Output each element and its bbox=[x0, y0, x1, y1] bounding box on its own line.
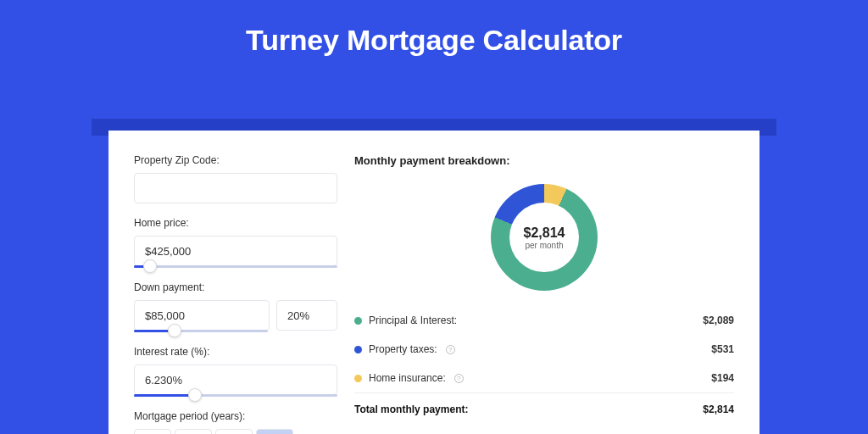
breakdown-value-pi: $2,089 bbox=[703, 314, 734, 326]
breakdown-label-taxes: Property taxes: bbox=[369, 343, 437, 355]
breakdown-total-row: Total monthly payment: $2,814 bbox=[354, 392, 734, 426]
payment-donut-chart: $2,814 per month bbox=[491, 184, 598, 291]
period-option-20[interactable]: 20 bbox=[215, 429, 253, 434]
interest-rate-input[interactable] bbox=[134, 364, 337, 395]
down-payment-percent-input[interactable] bbox=[276, 300, 337, 331]
interest-rate-field-group: Interest rate (%): bbox=[134, 346, 337, 397]
dot-icon bbox=[354, 375, 362, 382]
down-payment-amount-input[interactable] bbox=[134, 300, 270, 331]
home-price-slider[interactable] bbox=[134, 265, 337, 268]
breakdown-value-taxes: $531 bbox=[711, 343, 734, 355]
interest-rate-slider-thumb[interactable] bbox=[188, 388, 202, 402]
donut-sub: per month bbox=[525, 241, 563, 250]
page-title: Turney Mortgage Calculator bbox=[0, 0, 868, 77]
period-label: Mortgage period (years): bbox=[134, 410, 337, 422]
period-field-group: Mortgage period (years): 10 15 20 30 bbox=[134, 410, 337, 434]
zip-field-group: Property Zip Code: bbox=[134, 154, 337, 203]
down-payment-label: Down payment: bbox=[134, 281, 337, 293]
breakdown-label-pi: Principal & Interest: bbox=[369, 314, 457, 326]
interest-rate-slider[interactable] bbox=[134, 394, 337, 397]
period-option-15[interactable]: 15 bbox=[175, 429, 212, 434]
period-option-30[interactable]: 30 bbox=[256, 429, 293, 434]
period-option-10[interactable]: 10 bbox=[134, 429, 171, 434]
info-icon[interactable]: ? bbox=[454, 374, 464, 383]
breakdown-value-insurance: $194 bbox=[711, 372, 734, 384]
period-options: 10 15 20 30 bbox=[134, 429, 337, 434]
down-payment-slider[interactable] bbox=[134, 330, 268, 332]
down-payment-slider-thumb[interactable] bbox=[168, 324, 181, 337]
total-label: Total monthly payment: bbox=[354, 403, 468, 415]
interest-rate-label: Interest rate (%): bbox=[134, 346, 337, 358]
breakdown-column: Monthly payment breakdown: $2,814 per mo… bbox=[354, 154, 734, 434]
zip-label: Property Zip Code: bbox=[134, 154, 337, 166]
dot-icon bbox=[354, 317, 362, 325]
down-payment-field-group: Down payment: bbox=[134, 281, 337, 332]
donut-value: $2,814 bbox=[524, 225, 565, 241]
breakdown-label-insurance: Home insurance: bbox=[369, 372, 446, 384]
info-icon[interactable]: ? bbox=[446, 345, 455, 354]
dot-icon bbox=[354, 346, 362, 353]
zip-input[interactable] bbox=[134, 173, 337, 203]
inputs-column: Property Zip Code: Home price: Down paym… bbox=[134, 154, 337, 434]
breakdown-title: Monthly payment breakdown: bbox=[354, 154, 734, 167]
donut-center: $2,814 per month bbox=[509, 203, 579, 272]
total-value: $2,814 bbox=[703, 403, 734, 415]
home-price-slider-thumb[interactable] bbox=[143, 259, 157, 273]
breakdown-row-insurance: Home insurance: ? $194 bbox=[354, 364, 734, 392]
home-price-label: Home price: bbox=[134, 217, 337, 229]
home-price-input[interactable] bbox=[134, 236, 337, 266]
breakdown-row-pi: Principal & Interest: $2,089 bbox=[354, 306, 734, 335]
calculator-card: Property Zip Code: Home price: Down paym… bbox=[108, 131, 760, 434]
breakdown-row-taxes: Property taxes: ? $531 bbox=[354, 335, 734, 364]
home-price-field-group: Home price: bbox=[134, 217, 337, 268]
